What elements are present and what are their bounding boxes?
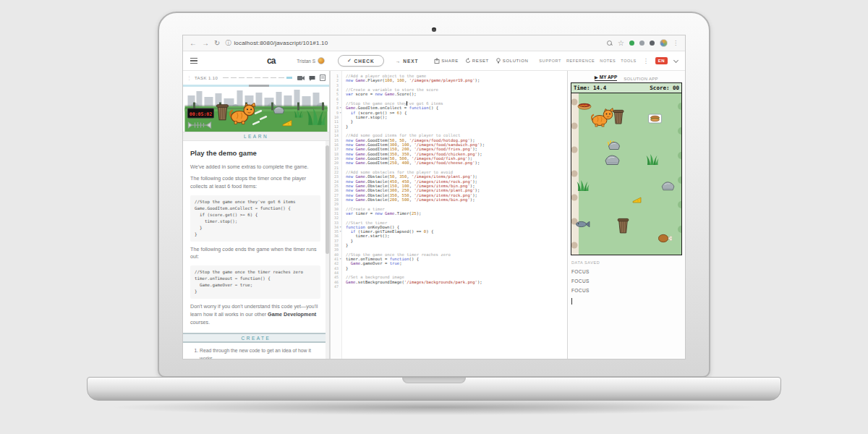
laptop-base xyxy=(87,377,781,401)
lesson-scrollbar-thumb[interactable] xyxy=(326,145,329,254)
game-panel: ▶ MY APP SOLUTION APP Time: 14.4 Score: … xyxy=(567,71,685,359)
solution-button[interactable]: SOLUTION xyxy=(495,58,528,64)
fold-icon[interactable]: ▾ xyxy=(340,229,341,234)
comments-icon[interactable] xyxy=(309,75,315,81)
sprite-bin xyxy=(613,110,624,124)
extension-icon-green[interactable] xyxy=(629,41,634,46)
reset-icon xyxy=(465,58,471,64)
task-progress-dash[interactable] xyxy=(271,77,276,79)
laptop-frame: ← → ↻ ⓘ localhost:8080/javascript/101#1.… xyxy=(158,12,710,378)
user-chip[interactable]: Tristan S xyxy=(297,57,325,64)
lesson-steps: Read through the new code to get an idea… xyxy=(190,347,320,359)
task-progress-dash[interactable] xyxy=(286,77,292,79)
browser-toolbar: ← → ↻ ⓘ localhost:8080/javascript/101#1.… xyxy=(183,35,685,51)
task-progress-dash[interactable] xyxy=(247,77,252,79)
app-header: ca Tristan S ✓ CHECK → NEXT SHARE xyxy=(183,51,685,71)
sprite-rockfries xyxy=(608,140,620,150)
header-link-notes[interactable]: NOTES xyxy=(600,59,616,63)
task-progress-dash[interactable] xyxy=(239,77,244,79)
header-link-support[interactable]: SUPPORT xyxy=(539,59,561,63)
header-link-reference[interactable]: REFERENCE xyxy=(566,59,595,63)
share-button[interactable]: SHARE xyxy=(434,58,459,64)
extension-icon-dark[interactable] xyxy=(650,41,655,46)
lesson-paragraph: The following code ends the game when th… xyxy=(190,246,320,262)
share-icon xyxy=(434,58,440,64)
header-link-tools[interactable]: TOOLS xyxy=(621,59,637,63)
lesson-code-block: //Stop the game once the timer reaches z… xyxy=(190,265,320,299)
bold-course-name: Game Development xyxy=(268,311,316,318)
task-progress-dash[interactable] xyxy=(263,77,268,79)
task-progress-dash[interactable] xyxy=(231,77,237,79)
log-line: FOCUS xyxy=(571,288,682,293)
lightbulb-icon xyxy=(495,58,501,64)
laptop-shadow xyxy=(109,399,760,415)
extension-icon-gray[interactable] xyxy=(639,41,644,46)
tab-solution-app[interactable]: SOLUTION APP xyxy=(624,77,658,81)
log-line: FOCUS xyxy=(571,278,682,284)
code-line[interactable]: //Stop the game once they've got 6 items xyxy=(346,101,567,106)
play-icon: ▶ xyxy=(595,75,598,80)
sprite-grass xyxy=(647,154,659,165)
editor-code-area[interactable]: //Add a player object to the gamenew Gam… xyxy=(342,71,567,359)
text-cursor xyxy=(407,101,407,106)
lesson-paragraph: Don't worry if you don't understand this… xyxy=(190,303,320,326)
video-icon[interactable] xyxy=(297,75,305,81)
next-button[interactable]: → NEXT xyxy=(396,59,419,64)
back-icon[interactable]: ← xyxy=(190,40,197,47)
code-editor[interactable]: 12345678▾9▾10111213141516171819202122232… xyxy=(331,71,567,359)
tab-my-app[interactable]: ▶ MY APP xyxy=(595,75,617,81)
app-logo[interactable]: ca xyxy=(267,56,275,66)
focus-log: FOCUSFOCUSFOCUS xyxy=(571,269,682,293)
lesson-body: Play the demo game We've added in some e… xyxy=(183,141,329,359)
sprite-sandwich xyxy=(649,114,662,123)
game-time: Time: 14.4 xyxy=(574,85,606,91)
language-badge[interactable]: EN xyxy=(655,57,668,64)
fold-icon[interactable]: ▾ xyxy=(340,257,341,261)
bookmark-star-icon[interactable]: ☆ xyxy=(618,40,624,47)
reload-icon[interactable]: ↻ xyxy=(214,40,220,47)
progress-thumb[interactable] xyxy=(249,85,269,87)
forward-icon[interactable]: → xyxy=(202,40,209,47)
game-playfield xyxy=(571,93,681,255)
chevron-down-icon[interactable] xyxy=(673,57,678,62)
log-line: FOCUS xyxy=(571,269,682,274)
console-caret[interactable] xyxy=(571,298,572,305)
menu-icon[interactable] xyxy=(190,58,197,64)
main-content: ⋮ TASK 1.10 xyxy=(183,71,685,359)
check-button[interactable]: ✓ CHECK xyxy=(338,55,384,67)
task-progress-dash[interactable] xyxy=(223,77,229,79)
lesson-progress-strip[interactable] xyxy=(183,85,329,87)
code-line[interactable] xyxy=(346,284,567,289)
zoom-icon[interactable] xyxy=(607,41,613,46)
fold-icon[interactable]: ▾ xyxy=(340,111,341,115)
lesson-step: Read through the new code to get an idea… xyxy=(200,347,320,359)
lesson-code-block: //Stop the game once they've got 6 items… xyxy=(190,195,320,242)
lesson-title: Play the demo game xyxy=(190,148,320,158)
lesson-tab-row: ⋮ TASK 1.10 xyxy=(183,71,329,85)
task-progress-dash[interactable] xyxy=(278,77,284,79)
browser-profile-avatar[interactable] xyxy=(660,39,668,47)
drag-handle-icon[interactable]: ⋮ xyxy=(187,75,192,81)
sprite-chicken xyxy=(658,234,672,242)
browser-menu-icon[interactable]: ⋮ xyxy=(673,40,678,46)
task-progress-dash[interactable] xyxy=(255,77,260,79)
game-canvas[interactable]: Time: 14.4 Score: 00 xyxy=(571,82,682,255)
lesson-panel: ⋮ TASK 1.10 xyxy=(183,71,329,359)
task-progress[interactable] xyxy=(221,77,294,79)
sprite-rock xyxy=(662,182,674,190)
output-log: DATA SAVED FOCUSFOCUSFOCUS xyxy=(571,255,682,305)
lesson-scrollbar[interactable] xyxy=(326,141,329,359)
reset-button[interactable]: RESET xyxy=(465,58,489,64)
url-text[interactable]: localhost:8080/javascript/101#1.10 xyxy=(234,40,328,46)
data-saved-label: DATA SAVED xyxy=(571,260,682,265)
more-menu-icon[interactable]: ⋮ xyxy=(643,58,649,64)
user-avatar xyxy=(318,57,325,64)
user-name: Tristan S xyxy=(297,59,315,64)
sprite-grass xyxy=(577,180,590,191)
page-info-icon[interactable]: ⓘ xyxy=(225,39,231,47)
notebook-icon[interactable] xyxy=(320,75,326,81)
address-bar[interactable]: ⓘ localhost:8080/javascript/101#1.10 xyxy=(225,39,602,47)
game-tabs: ▶ MY APP SOLUTION APP xyxy=(595,71,658,82)
learn-section-bar: LEARN xyxy=(183,132,329,141)
sprite-cat xyxy=(592,109,613,127)
